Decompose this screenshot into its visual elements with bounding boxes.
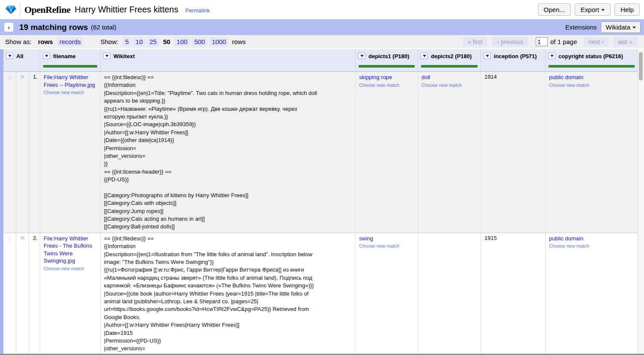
depicts2-value-link[interactable]: doll xyxy=(421,74,430,81)
row-index: 1. xyxy=(29,72,40,233)
column-menu-button[interactable] xyxy=(358,53,365,59)
vertical-scrollbar[interactable] xyxy=(638,49,644,354)
top-bar: OpenRefine Harry Whittier Frees kittens … xyxy=(0,0,644,19)
of-page-label: of 1 page xyxy=(550,38,577,45)
summary-bar: › 19 matching rows (62 total) Extensions… xyxy=(0,19,644,35)
column-menu-button[interactable] xyxy=(421,53,428,59)
depicts1-cell: swing Choose new match xyxy=(356,233,418,354)
column-header-wikitext: Wikitext xyxy=(101,49,356,71)
page-size-1000[interactable]: 1000 xyxy=(209,37,229,46)
wikitext-cell: == {{int:filedesc}} == {{Information |De… xyxy=(101,233,356,354)
page-size-5[interactable]: 5 xyxy=(122,37,131,46)
show-label: Show: xyxy=(101,38,119,45)
dropdown-triangle-icon xyxy=(423,55,426,57)
collapse-sidebar-button[interactable]: › xyxy=(4,23,13,32)
column-header-filename: filename xyxy=(40,49,101,71)
choose-new-match-link[interactable]: Choose new match xyxy=(44,266,97,271)
matching-rows-count: 19 matching rows xyxy=(19,23,88,32)
column-menu-button[interactable] xyxy=(103,53,110,59)
copyright-value-link[interactable]: public domain xyxy=(549,74,583,81)
copyright-value-link[interactable]: public domain xyxy=(549,235,583,243)
dropdown-triangle-icon xyxy=(486,55,489,57)
copyright-status-cell: public domain Choose new match xyxy=(546,233,638,354)
total-rows-count: (62 total) xyxy=(91,24,116,31)
choose-new-match-link[interactable]: Choose new match xyxy=(549,243,634,248)
depicts1-value-link[interactable]: swing xyxy=(359,235,373,243)
column-menu-button[interactable] xyxy=(6,53,13,59)
flag-icon[interactable]: ⚑ xyxy=(16,233,29,354)
help-button[interactable]: Help xyxy=(614,3,640,16)
page-size-100[interactable]: 100 xyxy=(174,37,190,46)
filename-link[interactable]: File:Harry Whittier Frees -- Playtime.jp… xyxy=(44,74,97,89)
last-page-button[interactable]: last » xyxy=(613,37,638,47)
first-page-button[interactable]: « first xyxy=(463,37,487,47)
column-menu-button[interactable] xyxy=(43,53,50,59)
reconciliation-progress-bar xyxy=(359,65,415,68)
table-row: ☆ ⚑ 1. File:Harry Whittier Frees -- Play… xyxy=(3,72,638,233)
filename-link[interactable]: File:Harry Whittier Frees - The Bufkins … xyxy=(44,235,97,265)
dropdown-triangle-icon xyxy=(45,55,48,57)
extensions-label: Extensions xyxy=(565,24,597,31)
depicts2-cell: doll Choose new match xyxy=(418,72,481,233)
table-header-row: All filename Wikitext depicts1 (P180) de… xyxy=(3,49,638,72)
choose-new-match-link[interactable]: Choose new match xyxy=(421,83,477,88)
reconciliation-progress-bar xyxy=(43,65,97,68)
table-left-margin xyxy=(0,49,3,354)
depicts1-value-link[interactable]: skipping rope xyxy=(359,74,392,81)
show-as-rows-option[interactable]: rows xyxy=(36,37,55,46)
column-menu-button[interactable] xyxy=(484,53,491,59)
rows-suffix-label: rows xyxy=(232,38,246,45)
data-table: All filename Wikitext depicts1 (P180) de… xyxy=(0,49,644,354)
project-title: Harry Whittier Frees kittens xyxy=(74,5,178,15)
choose-new-match-link[interactable]: Choose new match xyxy=(549,83,634,88)
row-controls-cell: ☆ ⚑ 2. xyxy=(3,233,40,354)
page-number-input[interactable] xyxy=(536,37,548,46)
reconciliation-progress-bar xyxy=(549,65,635,68)
reconciliation-progress-bar xyxy=(421,65,478,68)
inception-cell: 1914 xyxy=(481,72,546,233)
column-header-all: All xyxy=(3,49,40,71)
filename-cell: File:Harry Whittier Frees -- Playtime.jp… xyxy=(40,72,101,233)
choose-new-match-link[interactable]: Choose new match xyxy=(359,243,414,248)
column-menu-button[interactable] xyxy=(548,53,555,59)
wikidata-extension-button[interactable]: Wikidata xyxy=(601,21,641,33)
chevron-down-icon xyxy=(601,9,605,11)
star-icon[interactable]: ☆ xyxy=(3,233,16,354)
inception-cell: 1915 xyxy=(481,233,546,354)
dropdown-triangle-icon xyxy=(105,55,109,57)
chevron-down-icon xyxy=(632,27,636,29)
page-size-50-selected[interactable]: 50 xyxy=(161,37,172,46)
scrollbar-thumb[interactable] xyxy=(639,52,643,80)
column-header-depicts2: depicts2 (P180) xyxy=(418,49,481,71)
previous-page-button[interactable]: ‹ previous xyxy=(492,37,528,47)
copyright-status-cell: public domain Choose new match xyxy=(546,72,638,233)
page-size-500[interactable]: 500 xyxy=(192,37,208,46)
open-button[interactable]: Open... xyxy=(538,3,571,16)
depicts1-cell: skipping rope Choose new match xyxy=(356,72,418,233)
column-header-copyright-status: copyright status (P6216) xyxy=(546,49,638,71)
app-name: OpenRefine xyxy=(24,4,70,15)
table-row: ☆ ⚑ 2. File:Harry Whittier Frees - The B… xyxy=(3,233,638,354)
page-size-10[interactable]: 10 xyxy=(133,37,145,46)
permalink-link[interactable]: Permalink xyxy=(185,7,210,14)
choose-new-match-link[interactable]: Choose new match xyxy=(44,90,97,95)
flag-icon[interactable]: ⚑ xyxy=(16,72,29,233)
dropdown-triangle-icon xyxy=(550,55,554,57)
openrefine-logo-icon xyxy=(5,5,17,15)
row-controls-cell: ☆ ⚑ 1. xyxy=(3,72,40,233)
row-index: 2. xyxy=(29,233,40,354)
wikitext-cell: == {{int:filedesc}} == {{Information |De… xyxy=(101,72,356,233)
star-icon[interactable]: ☆ xyxy=(3,72,16,233)
filename-cell: File:Harry Whittier Frees - The Bufkins … xyxy=(40,233,101,354)
view-options-bar: Show as: rows records Show: 5 10 25 50 1… xyxy=(0,35,644,48)
choose-new-match-link[interactable]: Choose new match xyxy=(359,83,414,88)
column-header-depicts1: depicts1 (P180) xyxy=(356,49,418,71)
logo-divider xyxy=(20,3,21,17)
export-button[interactable]: Export xyxy=(575,3,611,16)
page-size-25[interactable]: 25 xyxy=(147,37,159,46)
next-page-button[interactable]: next › xyxy=(584,37,609,47)
depicts2-cell xyxy=(418,233,481,354)
show-as-records-option[interactable]: records xyxy=(57,37,83,46)
dropdown-triangle-icon xyxy=(8,55,12,57)
column-header-inception: inception (P571) xyxy=(481,49,546,71)
